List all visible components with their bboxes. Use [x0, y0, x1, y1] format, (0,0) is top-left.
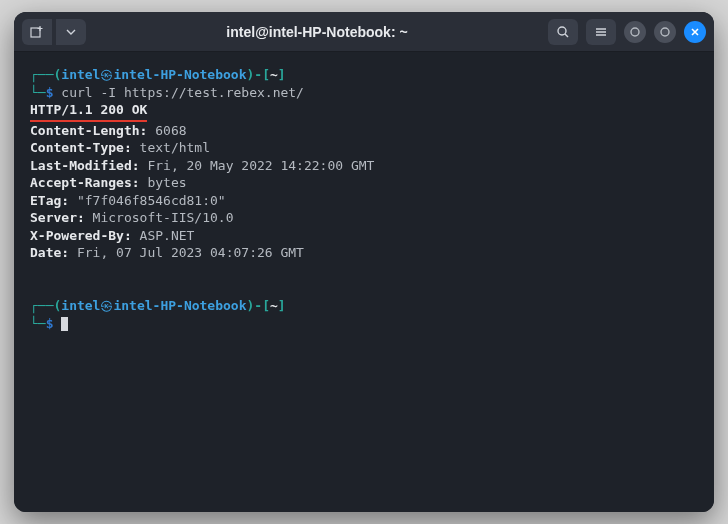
new-tab-icon	[30, 25, 44, 39]
header-row: Content-Type: text/html	[30, 140, 210, 155]
tab-menu-button[interactable]	[56, 19, 86, 45]
minimize-icon	[630, 27, 640, 37]
command-line-1: └─$ curl -I https://test.rebex.net/	[30, 85, 304, 100]
terminal-window: intel@intel-HP-Notebook: ~ ┌──(intel㉿int…	[14, 12, 714, 512]
header-row: Accept-Ranges: bytes	[30, 175, 187, 190]
maximize-button[interactable]	[654, 21, 676, 43]
prompt-line-1: ┌──(intel㉿intel-HP-Notebook)-[~]	[30, 67, 286, 82]
header-row: Last-Modified: Fri, 20 May 2022 14:22:00…	[30, 158, 374, 173]
header-row: Content-Length: 6068	[30, 123, 187, 138]
window-title: intel@intel-HP-Notebook: ~	[94, 24, 540, 40]
hamburger-icon	[594, 25, 608, 39]
svg-point-2	[631, 28, 639, 36]
search-button[interactable]	[548, 19, 578, 45]
titlebar-left-controls	[22, 19, 86, 45]
svg-point-1	[558, 27, 566, 35]
prompt-line-2: ┌──(intel㉿intel-HP-Notebook)-[~]	[30, 298, 286, 313]
header-row: Server: Microsoft-IIS/10.0	[30, 210, 234, 225]
command-line-2: └─$	[30, 316, 68, 331]
maximize-icon	[660, 27, 670, 37]
close-icon	[690, 27, 700, 37]
svg-point-3	[661, 28, 669, 36]
header-row: X-Powered-By: ASP.NET	[30, 228, 194, 243]
header-row: Date: Fri, 07 Jul 2023 04:07:26 GMT	[30, 245, 304, 260]
command-text: curl -I https://test.rebex.net/	[61, 85, 304, 100]
cursor	[61, 317, 68, 331]
new-tab-button[interactable]	[22, 19, 52, 45]
terminal-content[interactable]: ┌──(intel㉿intel-HP-Notebook)-[~] └─$ cur…	[14, 52, 714, 512]
minimize-button[interactable]	[624, 21, 646, 43]
close-button[interactable]	[684, 21, 706, 43]
titlebar-right-controls	[548, 19, 706, 45]
chevron-down-icon	[66, 27, 76, 37]
header-row: ETag: "f7f046f8546cd81:0"	[30, 193, 226, 208]
search-icon	[556, 25, 570, 39]
http-status-line: HTTP/1.1 200 OK	[30, 101, 147, 122]
titlebar: intel@intel-HP-Notebook: ~	[14, 12, 714, 52]
hamburger-menu-button[interactable]	[586, 19, 616, 45]
svg-rect-0	[31, 28, 40, 37]
